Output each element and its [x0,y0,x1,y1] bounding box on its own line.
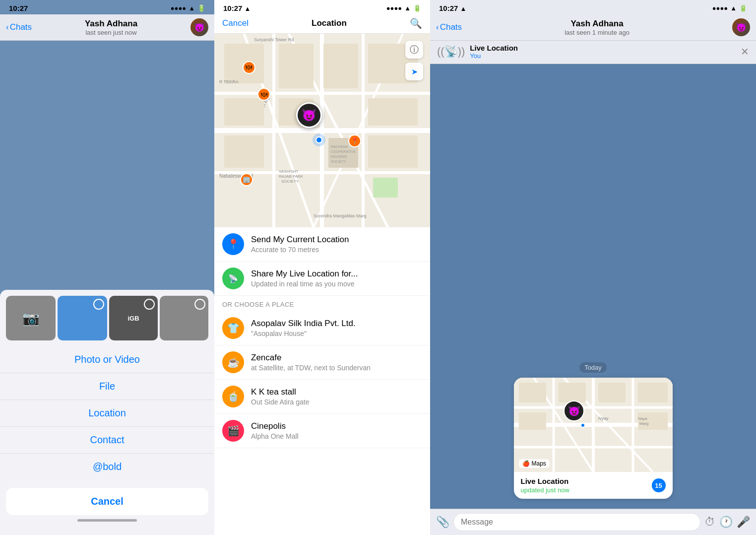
svg-rect-48 [638,383,668,402]
place-icon-0: 👕 [222,317,244,339]
time-2: 10:27 ▲ [223,4,251,12]
banner-title: Live Location [470,44,518,52]
place-text-2: K K tea stall Out Side Atira gate [251,387,310,406]
avatar-3[interactable]: 😈 [732,18,750,36]
signal-3: ●●●● [712,4,728,12]
map-location-button[interactable]: ➤ [405,63,423,80]
place-item-0[interactable]: 👕 Asopalav Silk India Pvt. Ltd. "Asopala… [214,311,430,345]
location-item[interactable]: Location [0,400,214,427]
svg-rect-17 [279,44,314,88]
bubble-map-svg: Nyay Naya Marg [514,378,673,472]
bubble-sub: updated just now [521,486,569,494]
photo-video-item[interactable]: Photo or Video [0,346,214,373]
camera-thumb[interactable]: 📷 [6,296,56,340]
cancel-button-1[interactable]: Cancel [6,488,208,515]
wifi-status-icon: ▲ [189,4,195,12]
map-pin-2: 🍽 [257,88,270,101]
share-live-sub: Updated in real time as you move [251,280,358,288]
nav-bar-2: Cancel Location 🔍 [214,14,430,34]
place-item-2[interactable]: 🍵 K K tea stall Out Side Atira gate [214,380,430,414]
svg-text:Marg: Marg [639,421,648,426]
section-header: OR CHOOSE A PLACE [214,296,430,311]
svg-text:Nyay: Nyay [598,416,609,421]
svg-rect-24 [368,135,418,168]
attach-button[interactable]: 📎 [436,516,449,529]
live-location-text: Share My Live Location for... Updated in… [251,269,358,288]
svg-text:HOUSING: HOUSING [331,155,347,158]
place-item-1[interactable]: ☕ Zencafe at Satellite, at TDW, next to … [214,345,430,380]
map-pin-3: 📍 [348,134,361,147]
back-button-1[interactable]: ‹ Chats [6,22,32,32]
bubble-title: Live Location [521,477,569,485]
place-text-1: Zencafe at Satellite, at TDW, next to Su… [251,353,371,372]
bubble-map-avatar: 😈 [564,401,584,421]
place-item-3[interactable]: 🎬 Cinepolis Alpha One Mall [214,414,430,448]
svg-rect-46 [559,383,586,402]
live-location-icon: 📡 [222,268,244,289]
svg-rect-23 [224,135,264,168]
back-label-3: Chats [440,22,462,32]
contact-item[interactable]: Contact [0,427,214,454]
banner-left: ((📡)) Live Location You [437,44,518,60]
igb-label: iGB [127,315,139,322]
status-icons-1: ●●●● ▲ 🔋 [171,4,205,12]
svg-text:Surendra Mangaldas Marg: Surendra Mangaldas Marg [314,213,367,218]
place-icon-1: ☕ [222,351,244,373]
svg-text:SOCIETY: SOCIETY [331,160,346,163]
bubble-map: Nyay Naya Marg 😈 🍎 Maps [514,378,673,472]
svg-rect-47 [598,383,626,402]
back-label-1: Chats [10,22,32,32]
signal-2: ●●●● [386,4,402,12]
send-current-location-item[interactable]: 📍 Send My Current Location Accurate to 7… [214,227,430,262]
place-text-3: Cinepolis Alpha One Mall [251,421,299,440]
timer-icon[interactable]: ⏱ [704,516,715,529]
contact-name-1: Yash Adhana [32,19,190,29]
map-info-button[interactable]: ⓘ [405,41,423,59]
battery-icon: 🔋 [197,4,205,12]
location-list: 📍 Send My Current Location Accurate to 7… [214,227,430,535]
chat-area-3: Today [430,64,756,509]
photo-thumb-2[interactable]: iGB [109,296,158,340]
place-icon-3: 🎬 [222,420,244,442]
file-item[interactable]: File [0,373,214,400]
svg-text:RACHANA: RACHANA [331,145,348,148]
avatar-1[interactable]: 😈 [190,18,208,36]
status-icons-3: ●●●● ▲ 🔋 [712,4,747,12]
svg-rect-22 [368,98,418,126]
svg-rect-49 [519,412,546,430]
share-live-title: Share My Live Location for... [251,269,358,279]
contact-name-3: Yash Adhana [462,19,732,29]
message-input[interactable] [453,513,700,531]
map-area: Kadambari Rd Nyay Marg Naya Mar Nabalesw… [214,34,430,227]
search-icon[interactable]: 🔍 [410,17,422,29]
apple-maps-label: 🍎 Maps [519,459,550,468]
share-live-location-item[interactable]: 📡 Share My Live Location for... Updated … [214,262,430,296]
place-text-0: Asopalav Silk India Pvt. Ltd. "Asopalav … [251,319,356,337]
nav-title-3: Yash Adhana last seen 1 minute ago [462,19,732,36]
signal-icon: ●●●● [171,4,186,12]
apple-logo: 🍎 [522,460,530,467]
place-icon-2: 🍵 [222,386,244,407]
send-current-title: Send My Current Location [251,235,349,245]
close-banner-button[interactable]: ✕ [741,46,749,58]
svg-text:COOPERATIVE: COOPERATIVE [331,150,356,153]
panel-location: 10:27 ▲ ●●●● ▲ 🔋 Cancel Location 🔍 [214,0,430,535]
back-button-3[interactable]: ‹ Chats [436,22,462,32]
cancel-button-2[interactable]: Cancel [222,18,249,28]
photo-thumb-1[interactable] [58,296,107,340]
mic-icon[interactable]: 🎤 [737,516,750,529]
status-bar-1: 10:27 ●●●● ▲ 🔋 [0,0,214,14]
chevron-left-icon-3: ‹ [436,22,439,32]
battery-3: 🔋 [739,4,747,12]
contact-status-3: last seen 1 minute ago [462,29,732,36]
photo-thumb-3[interactable] [160,296,208,340]
home-indicator-1 [0,515,214,525]
send-current-sub: Accurate to 70 metres [251,246,349,254]
svg-text:Suryanshi Tower Rd: Suryanshi Tower Rd [254,37,294,42]
current-location-icon: 📍 [222,233,244,255]
current-location-text: Send My Current Location Accurate to 70 … [251,235,349,254]
bold-item[interactable]: @bold [0,454,214,480]
clock-icon[interactable]: 🕐 [719,516,733,529]
input-bar-3: 📎 ⏱ 🕐 🎤 [430,509,756,535]
message-bubble: Nyay Naya Marg 😈 🍎 Maps Live Location up… [514,378,673,499]
